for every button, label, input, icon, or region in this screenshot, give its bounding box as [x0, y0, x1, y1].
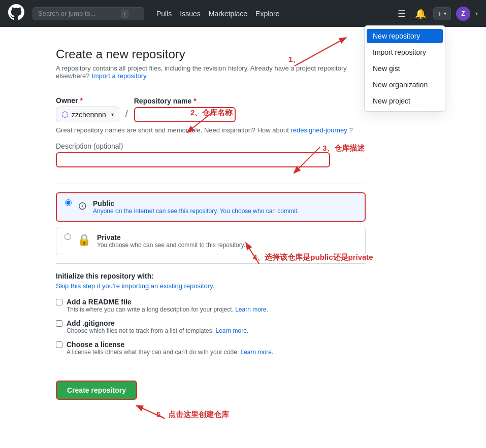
navbar: / Pulls Issues Marketplace Explore ☰ 🔔 +…	[0, 0, 486, 27]
main-content: Create a new repository A repository con…	[0, 27, 376, 430]
gitignore-checkbox[interactable]	[56, 320, 62, 327]
dropdown-new-repo[interactable]: New repository	[367, 29, 443, 43]
nav-explore[interactable]: Explore	[255, 10, 279, 18]
nav-links: Pulls Issues Marketplace Explore	[156, 10, 280, 18]
desc-group: Description (optional)	[56, 142, 366, 176]
page-subtitle: A repository contains all project files,…	[56, 64, 366, 80]
repo-name-group: Repository name *	[134, 97, 236, 122]
gitignore-learn-link[interactable]: Learn more.	[215, 327, 248, 334]
hamburger-btn[interactable]: ☰	[396, 6, 408, 21]
license-row: Choose a license A license tells others …	[56, 340, 366, 356]
private-desc: You choose who can see and commit to thi…	[97, 242, 245, 249]
search-bar[interactable]: /	[33, 7, 144, 20]
owner-select[interactable]: ⬡ zzchennnn ▾	[56, 107, 119, 122]
license-checkbox[interactable]	[56, 341, 62, 348]
license-learn-link[interactable]: Learn more.	[241, 349, 274, 356]
repo-name-input[interactable]	[134, 107, 236, 122]
divider-1	[56, 88, 366, 88]
annotation-5: 5、点击这里创建仓库	[156, 410, 229, 420]
create-repo-button[interactable]: Create repository	[56, 381, 137, 400]
init-skip-link[interactable]: Skip this step if you're importing an ex…	[56, 282, 366, 290]
create-btn-wrapper: Create repository	[56, 372, 137, 400]
gitignore-label: Add .gitignore	[67, 319, 248, 327]
dropdown-new-project[interactable]: New project	[365, 93, 445, 109]
gitignore-row: Add .gitignore Choose which files not to…	[56, 319, 366, 334]
private-radio[interactable]	[64, 233, 71, 240]
slash-separator: /	[123, 109, 130, 119]
avatar-btn[interactable]: Z	[456, 7, 470, 21]
owner-icon: ⬡	[61, 110, 69, 119]
svg-line-4	[137, 406, 165, 419]
repo-required: *	[193, 97, 196, 105]
license-details: Choose a license A license tells others …	[67, 340, 273, 356]
divider-3	[56, 263, 366, 264]
visibility-private[interactable]: 🔒 Private You choose who can see and com…	[56, 227, 366, 255]
gitignore-details: Add .gitignore Choose which files not to…	[67, 319, 248, 334]
public-icon: ⊙	[78, 199, 87, 213]
lock-icon: 🔒	[77, 233, 91, 247]
owner-group: Owner * ⬡ zzchennnn ▾	[56, 96, 119, 122]
bell-btn[interactable]: 🔔	[413, 6, 428, 21]
readme-desc: This is where you can write a long descr…	[67, 306, 268, 313]
owner-repo-row: Owner * ⬡ zzchennnn ▾ / Repository name …	[56, 96, 366, 122]
repo-name-hint: Great repository names are short and mem…	[56, 126, 366, 134]
dropdown-new-org[interactable]: New organization	[365, 77, 445, 93]
search-kbd: /	[121, 10, 128, 18]
divider-2	[56, 184, 366, 184]
nav-marketplace[interactable]: Marketplace	[209, 10, 247, 18]
private-title: Private	[97, 233, 245, 242]
private-details: Private You choose who can see and commi…	[97, 233, 245, 249]
owner-label: Owner *	[56, 96, 119, 105]
dropdown-new-gist[interactable]: New gist	[365, 60, 445, 77]
init-title: Initialize this repository with:	[56, 272, 366, 280]
plus-dropdown-menu: New repository Import repository New gis…	[364, 25, 445, 112]
public-title: Public	[93, 199, 299, 208]
desc-input[interactable]	[56, 152, 330, 167]
arrow-5	[135, 401, 185, 426]
chevron-down-icon: ▾	[444, 11, 446, 16]
public-radio[interactable]	[65, 199, 72, 206]
owner-name: zzchennnn	[72, 111, 106, 119]
owner-required: *	[80, 96, 82, 105]
readme-checkbox[interactable]	[56, 299, 62, 305]
readme-row: Add a README file This is where you can …	[56, 298, 366, 313]
license-label: Choose a license	[67, 340, 273, 349]
search-input[interactable]	[38, 10, 117, 17]
avatar-chevron: ▾	[475, 11, 478, 16]
plus-icon: +	[438, 10, 442, 18]
desc-label: Description (optional)	[56, 142, 366, 150]
repo-name-label: Repository name *	[134, 97, 236, 105]
import-link[interactable]: Import a repository.	[91, 72, 148, 80]
nav-pulls[interactable]: Pulls	[156, 10, 172, 18]
new-plus-btn[interactable]: + ▾	[433, 7, 451, 20]
readme-label: Add a README file	[67, 298, 268, 306]
owner-chevron-icon: ▾	[111, 112, 114, 117]
readme-learn-link[interactable]: Learn more.	[235, 306, 268, 313]
public-details: Public Anyone on the internet can see th…	[93, 199, 299, 215]
public-desc: Anyone on the internet can see this repo…	[93, 208, 299, 215]
github-logo[interactable]	[8, 4, 24, 23]
page-title: Create a new repository	[56, 47, 366, 61]
nav-issues[interactable]: Issues	[180, 10, 200, 18]
suggestion-link[interactable]: redesigned-journey	[290, 126, 347, 134]
license-desc: A license tells others what they can and…	[67, 349, 273, 356]
visibility-public[interactable]: ⊙ Public Anyone on the internet can see …	[56, 192, 366, 222]
gitignore-desc: Choose which files not to track from a l…	[67, 327, 248, 334]
dropdown-import-repo[interactable]: Import repository	[365, 44, 445, 60]
readme-details: Add a README file This is where you can …	[67, 298, 268, 313]
divider-4	[56, 364, 366, 364]
navbar-right: ☰ 🔔 + ▾ Z ▾	[396, 6, 478, 21]
